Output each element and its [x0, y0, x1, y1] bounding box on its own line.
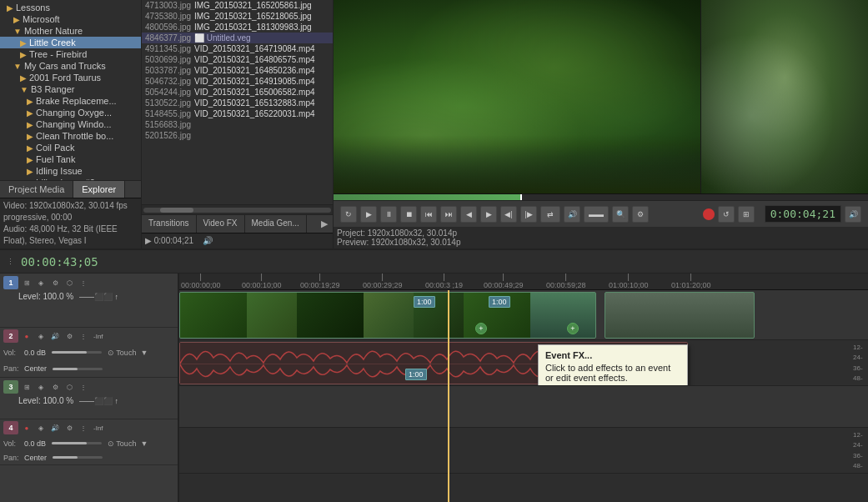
- tab-explorer[interactable]: Explorer: [73, 181, 125, 198]
- track-3-fx[interactable]: ⚙: [49, 381, 61, 393]
- tab-videofx[interactable]: Video FX: [197, 215, 245, 233]
- track-1-fx[interactable]: ⚙: [49, 277, 61, 289]
- file-item-8[interactable]: 5054244.jpg VID_20150321_165006582.mp4: [142, 87, 333, 98]
- mute-btn[interactable]: 🔊: [564, 206, 580, 223]
- tab-transitions[interactable]: Transitions: [142, 215, 197, 233]
- ruler-mark-4: 00:00:3 ;19: [425, 274, 463, 289]
- track-4-number: 4: [3, 421, 18, 434]
- clip-thumbnails: [180, 293, 595, 338]
- track-4-pan-slider[interactable]: [53, 456, 103, 459]
- tree-item-lessons[interactable]: ▶ Lessons: [0, 2, 141, 13]
- timeline-ruler: 00:00:00;00 00:00:10;00 00:00:19;29 00:0…: [179, 274, 868, 290]
- playhead[interactable]: [448, 290, 449, 502]
- jump-end-btn[interactable]: |▶: [520, 206, 537, 223]
- track-2-fx[interactable]: ⚙: [63, 330, 75, 342]
- track-2-vol-slider[interactable]: [52, 351, 102, 354]
- next-frame-btn[interactable]: ⏭: [440, 206, 457, 223]
- tree-item-littlecreek[interactable]: ▶ Little Creek: [0, 37, 141, 48]
- tree-item-throttle[interactable]: ▶ Clean Throttle bo...: [0, 130, 141, 142]
- tree-item-mycars[interactable]: ▼ My Cars and Trucks: [0, 60, 141, 72]
- track-4-mute[interactable]: ●: [21, 422, 33, 434]
- file-item-0[interactable]: 4713003.jpg IMG_20150321_165205861.jpg: [142, 0, 333, 11]
- tree-item-label: Changing Oxyge...: [36, 108, 112, 118]
- file-item-5[interactable]: 5030699.jpg VID_20150321_164806575.mp4: [142, 54, 333, 65]
- video-clip-1[interactable]: 1:00 1:00 + +: [179, 292, 596, 339]
- track-2-vol[interactable]: 🔊: [49, 330, 61, 342]
- track-2-pan-slider[interactable]: [53, 368, 103, 370]
- file-item-2[interactable]: 4800596.jpg IMG_20150321_181309983.jpg: [142, 22, 333, 33]
- record-button[interactable]: [703, 208, 715, 220]
- timecode-settings[interactable]: 🔊: [845, 206, 861, 223]
- tab-arrow[interactable]: ▶: [316, 215, 333, 233]
- tree-item-microsoft[interactable]: ▶ Microsoft: [0, 13, 141, 25]
- file-item-6[interactable]: 5033787.jpg VID_20150321_164850236.mp4: [142, 65, 333, 76]
- folder-icon: ▶: [27, 167, 33, 176]
- tree-item-brake[interactable]: ▶ Brake Replaceme...: [0, 95, 141, 107]
- track-1-header: 1 ⊞ ◈ ⚙ ⬡ ⋮: [0, 274, 178, 292]
- track-4-solo[interactable]: ◈: [35, 422, 47, 434]
- stop-btn[interactable]: ⏹: [400, 206, 417, 223]
- folder-icon: ▶: [27, 132, 33, 141]
- track-2-expand[interactable]: ⋮: [78, 330, 89, 342]
- tree-item-coilpack[interactable]: ▶ Coil Pack: [0, 142, 141, 153]
- play-btn[interactable]: ▶: [360, 206, 377, 223]
- loop-btn[interactable]: ↻: [340, 206, 357, 223]
- track-1-expand[interactable]: ⋮: [78, 277, 89, 289]
- track-2-mute[interactable]: ●: [21, 330, 33, 342]
- reset-btn[interactable]: ↺: [718, 206, 735, 223]
- file-item-untitled[interactable]: 4846377.jpg ⬜ Untitled.veg: [142, 33, 333, 43]
- tree-item-windows[interactable]: ▶ Changing Windo...: [0, 118, 141, 130]
- video-clip-2[interactable]: [605, 292, 755, 339]
- track-4-vol-slider[interactable]: [52, 442, 102, 444]
- folder-icon: ▶: [27, 97, 33, 106]
- track-2-solo[interactable]: ◈: [35, 330, 47, 342]
- track4-db-scale: 12- 24- 36- 48-: [851, 428, 868, 473]
- jump-start-btn[interactable]: ◀|: [500, 206, 517, 223]
- clip-add-btn-1a[interactable]: +: [475, 323, 487, 334]
- track-4-vol[interactable]: 🔊: [49, 422, 61, 434]
- middle-status: ▶ 0:00:04;21 🔊: [142, 233, 333, 248]
- file-item-11[interactable]: 5156683.jpg: [142, 119, 333, 130]
- track-3-solo[interactable]: ◈: [35, 381, 47, 393]
- track-4-expand[interactable]: ⋮: [78, 422, 89, 434]
- tree-item-idling[interactable]: ▶ Idling Issue: [0, 165, 141, 177]
- tree-item-oxygen[interactable]: ▶ Changing Oxyge...: [0, 107, 141, 118]
- tab-project-media[interactable]: Project Media: [0, 181, 73, 198]
- file-item-7[interactable]: 5046732.jpg VID_20150321_164919085.mp4: [142, 76, 333, 87]
- file-list: 4713003.jpg IMG_20150321_165205861.jpg 4…: [142, 0, 333, 204]
- playback-bar[interactable]: [334, 193, 868, 200]
- folder-icon: ▶: [20, 73, 27, 83]
- tree-item-mothernature[interactable]: ▼ Mother Nature: [0, 25, 141, 37]
- tree-item-ford[interactable]: ▶ 2001 Ford Taurus: [0, 72, 141, 83]
- clip-add-btn-1b[interactable]: +: [567, 323, 579, 334]
- file-item-1[interactable]: 4735380.jpg IMG_20150321_165218065.jpg: [142, 11, 333, 22]
- file-item-4[interactable]: 4911345.jpg VID_20150321_164719084.mp4: [142, 43, 333, 54]
- volume-btn[interactable]: ▬▬: [584, 206, 609, 223]
- track-1-mute[interactable]: ⊞: [21, 277, 33, 289]
- track-3-motion[interactable]: ⬡: [63, 381, 75, 393]
- track-1-motion[interactable]: ⬡: [63, 277, 75, 289]
- track-2-number: 2: [3, 329, 18, 343]
- prev-frame-btn[interactable]: ⏮: [420, 206, 437, 223]
- track-3-mute[interactable]: ⊞: [21, 381, 33, 393]
- rewind-btn[interactable]: ◀: [460, 206, 477, 223]
- tab-mediagen[interactable]: Media Gen...: [245, 215, 307, 233]
- tree-item-label: Clean Throttle bo...: [36, 131, 113, 141]
- tree-item-fueltank[interactable]: ▶ Fuel Tank: [0, 153, 141, 165]
- file-item-9[interactable]: 5130522.jpg VID_20150321_165132883.mp4: [142, 98, 333, 108]
- ffwd-btn[interactable]: ▶: [480, 206, 497, 223]
- track-3-expand[interactable]: ⋮: [78, 381, 89, 393]
- tree-item-b3ranger[interactable]: ▼ B3 Ranger: [0, 83, 141, 95]
- loop-region-btn[interactable]: ⇄: [540, 206, 560, 223]
- settings-btn[interactable]: ⚙: [632, 206, 649, 223]
- pause-btn[interactable]: ⏸: [380, 206, 397, 223]
- file-item-10[interactable]: 5148455.jpg VID_20150321_165220031.mp4: [142, 108, 333, 119]
- zoom-btn[interactable]: 🔍: [612, 206, 629, 223]
- tree-item-treefirebird[interactable]: ▶ Tree - Firebird: [0, 48, 141, 60]
- track-4-fx[interactable]: ⚙: [63, 422, 75, 434]
- file-item-12[interactable]: 5201526.jpg: [142, 130, 333, 141]
- preview-area: ↻ ▶ ⏸ ⏹ ⏮ ⏭ ◀ ▶ ◀| |▶ ⇄ 🔊 ▬▬ 🔍 ⚙ ↺ ⊞ 0:0…: [334, 0, 868, 248]
- snap-btn[interactable]: ⊞: [738, 206, 755, 223]
- track-1-solo[interactable]: ◈: [35, 277, 47, 289]
- horizontal-scrollbar[interactable]: [142, 204, 333, 214]
